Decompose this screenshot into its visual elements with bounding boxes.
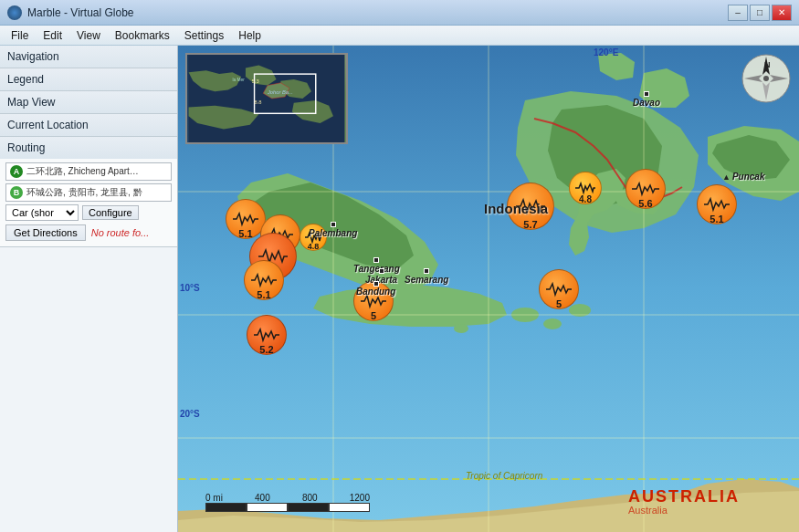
svg-text:la Mer: la Mer: [233, 78, 246, 82]
menu-bar: File Edit View Bookmarks Settings Help: [0, 26, 799, 46]
australia-label-area: AUSTRALIA Australia: [628, 487, 740, 516]
get-directions-button[interactable]: Get Directions: [5, 224, 86, 241]
earthquake-marker: [539, 269, 579, 309]
scale-labels: 0 mi 400 800 1200: [205, 493, 370, 503]
title-bar: Marble - Virtual Globe – □ ✕: [0, 0, 799, 26]
legend-title[interactable]: Legend: [0, 68, 177, 90]
profile-row: Car (shor Configure: [5, 204, 172, 221]
section-routing: Routing A 二环北路, Zhicheng Apartmer B 环城公路…: [0, 137, 177, 247]
menu-file[interactable]: File: [4, 27, 36, 44]
earthquake-marker: [353, 281, 394, 321]
earthquake-marker: [247, 315, 287, 355]
menu-settings[interactable]: Settings: [177, 27, 231, 44]
svg-point-25: [763, 76, 769, 81]
scale-seg-1: [205, 503, 247, 512]
earthquake-marker: [569, 172, 602, 204]
route-to-text: 环城公路, 贵阳市, 龙里县, 黔: [26, 186, 142, 199]
earthquake-marker: [626, 169, 666, 209]
directions-row: Get Directions No route fo...: [5, 224, 172, 241]
scale-800: 800: [302, 493, 318, 503]
app-icon: [7, 5, 22, 20]
scale-0: 0 mi: [205, 493, 223, 503]
scale-seg-2: [247, 503, 288, 512]
window-title: Marble - Virtual Globe: [27, 6, 134, 19]
mini-map: Johor Ba... la Mer 5.3 8.8: [185, 53, 348, 144]
svg-rect-13: [189, 55, 345, 142]
menu-view[interactable]: View: [69, 27, 108, 44]
menu-bookmarks[interactable]: Bookmarks: [108, 27, 177, 44]
lon-label-120e: 120°E: [594, 47, 618, 57]
map-label-australia: AUSTRALIA: [628, 487, 740, 506]
svg-text:8.8: 8.8: [255, 99, 262, 105]
route-from-text: 二环北路, Zhicheng Apartmer: [26, 165, 145, 178]
profile-select[interactable]: Car (shor: [5, 204, 79, 221]
city-marker-puncak: ▲ Puncak: [722, 172, 765, 182]
configure-button[interactable]: Configure: [82, 205, 139, 220]
tropic-label: Tropic of Capricorn: [466, 471, 542, 481]
routing-content: A 二环北路, Zhicheng Apartmer B 环城公路, 贵阳市, 龙…: [0, 159, 177, 246]
svg-text:5.3: 5.3: [252, 78, 259, 84]
city-name-puncak: Puncak: [732, 172, 765, 182]
route-from-input[interactable]: A 二环北路, Zhicheng Apartmer: [5, 162, 172, 181]
earthquake-marker: [244, 260, 284, 300]
window-controls: – □ ✕: [728, 5, 792, 21]
mapview-title[interactable]: Map View: [0, 91, 177, 113]
earthquake-marker: [697, 184, 737, 224]
scale-bar: 0 mi 400 800 1200: [205, 493, 370, 512]
scale-seg-3: [288, 503, 329, 512]
route-from-icon: A: [10, 165, 23, 178]
svg-text:Johor Ba...: Johor Ba...: [267, 89, 293, 95]
map-area[interactable]: Johor Ba... la Mer 5.3 8.8 5.6 5.7 4.8: [178, 46, 799, 532]
svg-text:N: N: [764, 60, 771, 69]
lat-label-10s: 10°S: [180, 283, 200, 293]
scale-graphic: [205, 503, 370, 512]
no-route-text: No route fo...: [91, 227, 150, 238]
compass: N: [741, 53, 792, 104]
svg-point-3: [543, 318, 562, 329]
close-button[interactable]: ✕: [772, 5, 792, 21]
section-navigation: Navigation: [0, 46, 177, 68]
routing-title[interactable]: Routing: [0, 137, 177, 159]
triangle-icon: ▲: [722, 172, 731, 182]
title-bar-left: Marble - Virtual Globe: [7, 5, 134, 20]
navigation-title[interactable]: Navigation: [0, 46, 177, 68]
earthquake-marker: [507, 183, 554, 230]
currentlocation-title[interactable]: Current Location: [0, 114, 177, 136]
maximize-button[interactable]: □: [750, 5, 770, 21]
left-panel: Navigation Legend Map View Current Locat…: [0, 46, 178, 532]
route-to-icon: B: [10, 186, 23, 199]
scale-seg-4: [329, 503, 370, 512]
route-to-input[interactable]: B 环城公路, 贵阳市, 龙里县, 黔: [5, 183, 172, 202]
scale-1200: 1200: [350, 493, 370, 503]
mini-map-inner: Johor Ba... la Mer 5.3 8.8: [187, 55, 346, 142]
svg-point-5: [454, 324, 468, 333]
menu-edit[interactable]: Edit: [36, 27, 69, 44]
menu-help[interactable]: Help: [231, 27, 268, 44]
lat-label-20s: 20°S: [180, 409, 200, 419]
minimize-button[interactable]: –: [728, 5, 748, 21]
section-mapview: Map View: [0, 91, 177, 114]
main-content: Navigation Legend Map View Current Locat…: [0, 46, 799, 532]
section-legend: Legend: [0, 68, 177, 91]
section-currentlocation: Current Location: [0, 114, 177, 137]
scale-400: 400: [255, 493, 270, 503]
earthquake-marker: [300, 224, 327, 251]
